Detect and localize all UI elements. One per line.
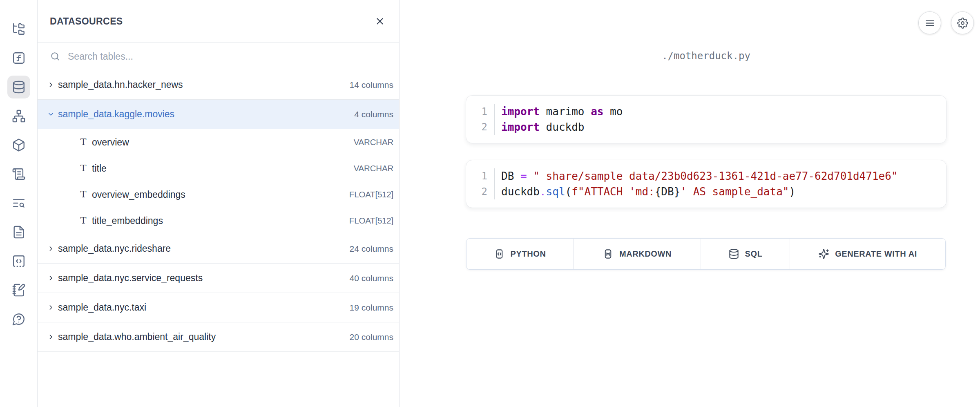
table-row-toggle[interactable]: sample_data.nyc.rideshare 24 columns bbox=[38, 234, 399, 264]
line-number: 1 bbox=[466, 168, 487, 184]
column-row[interactable]: T title VARCHAR bbox=[38, 155, 399, 181]
sparkles-icon bbox=[818, 248, 829, 259]
datasource-table: sample_data.hn.hacker_news 14 columns bbox=[38, 70, 399, 100]
add-cell-button-label: MARKDOWN bbox=[619, 249, 672, 259]
datasource-table: sample_data.nyc.rideshare 24 columns bbox=[38, 234, 399, 264]
cell-code[interactable]: import marimo as moimport duckdb bbox=[495, 104, 623, 135]
table-name: sample_data.who.ambient_air_quality bbox=[58, 331, 216, 342]
chevron-right-icon bbox=[47, 304, 54, 311]
table-row-toggle[interactable]: sample_data.nyc.service_requests 40 colu… bbox=[38, 264, 399, 293]
line-number: 2 bbox=[466, 184, 487, 199]
datasource-table: sample_data.who.ambient_air_quality 20 c… bbox=[38, 322, 399, 352]
column-name: title_embeddings bbox=[92, 215, 163, 226]
column-row[interactable]: T overview_embeddings FLOAT[512] bbox=[38, 181, 399, 208]
folder-tree-icon bbox=[12, 22, 26, 36]
add-cell-button-label: SQL bbox=[745, 249, 763, 259]
chevron-right-icon bbox=[47, 245, 54, 252]
chevron-down-icon bbox=[47, 111, 54, 118]
text-type-icon: T bbox=[78, 216, 88, 225]
add-cell-python-button[interactable]: PYTHON bbox=[467, 239, 574, 269]
code-cell[interactable]: 12 import marimo as moimport duckdb bbox=[466, 95, 947, 143]
chevron-down-icon bbox=[47, 111, 54, 118]
cell-gutter: 12 bbox=[466, 104, 495, 135]
cell-code[interactable]: DB = "_share/sample_data/23b0d623-1361-4… bbox=[495, 168, 898, 199]
sidebar-item-help[interactable] bbox=[7, 308, 30, 331]
column-row[interactable]: T overview VARCHAR bbox=[38, 129, 399, 155]
column-type: VARCHAR bbox=[354, 163, 393, 173]
sidebar-item-datasources[interactable] bbox=[7, 76, 30, 98]
network-icon bbox=[12, 109, 26, 123]
gear-icon bbox=[957, 18, 968, 29]
add-cell-button-label: GENERATE WITH AI bbox=[835, 249, 917, 259]
cell-list: 12 import marimo as moimport duckdb12 DB… bbox=[466, 95, 947, 208]
panel-title: DATASOURCES bbox=[50, 16, 123, 27]
sidebar-item-scratchpad[interactable] bbox=[7, 279, 30, 302]
table-name: sample_data.nyc.taxi bbox=[58, 302, 146, 313]
column-name: overview_embeddings bbox=[92, 189, 185, 200]
table-column-count: 24 columns bbox=[350, 244, 393, 254]
hamburger-menu-icon bbox=[924, 18, 935, 29]
table-column-count: 20 columns bbox=[350, 332, 393, 342]
column-row[interactable]: T title_embeddings FLOAT[512] bbox=[38, 208, 399, 234]
table-column-count: 4 columns bbox=[354, 110, 393, 119]
sidebar-item-documentation[interactable] bbox=[7, 221, 30, 244]
table-column-count: 14 columns bbox=[350, 80, 393, 90]
chevron-right-icon bbox=[47, 333, 54, 340]
column-type: FLOAT[512] bbox=[349, 190, 393, 199]
scroll-icon bbox=[12, 167, 26, 181]
text-type-icon: T bbox=[78, 138, 88, 147]
table-column-count: 19 columns bbox=[350, 303, 393, 313]
sidebar-item-file-explorer[interactable] bbox=[7, 18, 30, 40]
table-column-count: 40 columns bbox=[350, 273, 393, 283]
cell-gutter: 12 bbox=[466, 168, 495, 199]
box-icon bbox=[12, 138, 26, 152]
datasource-table: sample_data.nyc.service_requests 40 colu… bbox=[38, 264, 399, 293]
table-row-toggle[interactable]: sample_data.nyc.taxi 19 columns bbox=[38, 293, 399, 322]
search-icon bbox=[50, 51, 60, 62]
table-row-toggle[interactable]: sample_data.kaggle.movies 4 columns bbox=[38, 100, 399, 129]
table-name: sample_data.kaggle.movies bbox=[58, 109, 174, 120]
database-icon bbox=[12, 80, 26, 94]
code-square-icon bbox=[12, 254, 26, 268]
add-cell-markdown-button[interactable]: MARKDOWN bbox=[574, 239, 701, 269]
sidebar-item-snippets[interactable] bbox=[7, 250, 30, 273]
activity-bar bbox=[0, 0, 38, 407]
table-name: sample_data.hn.hacker_news bbox=[58, 79, 183, 90]
search-tables-input[interactable] bbox=[68, 51, 387, 62]
settings-button[interactable] bbox=[951, 11, 974, 34]
table-name: sample_data.nyc.rideshare bbox=[58, 243, 171, 254]
marimo-app: DATASOURCES sample_data.hn.hacker_news 1… bbox=[0, 0, 980, 407]
sidebar-item-packages[interactable] bbox=[7, 134, 30, 157]
sidebar-item-logs[interactable] bbox=[7, 192, 30, 215]
column-type: VARCHAR bbox=[354, 137, 393, 147]
table-row-toggle[interactable]: sample_data.hn.hacker_news 14 columns bbox=[38, 70, 399, 100]
code-window-icon bbox=[494, 248, 505, 259]
line-number: 2 bbox=[466, 119, 487, 135]
add-cell-generate-with-ai-button[interactable]: GENERATE WITH AI bbox=[790, 239, 945, 269]
code-line: import duckdb bbox=[501, 119, 623, 135]
notebook-filename[interactable]: ./motherduck.py bbox=[466, 50, 947, 62]
datasource-table: sample_data.nyc.taxi 19 columns bbox=[38, 293, 399, 322]
file-text-icon bbox=[12, 225, 26, 239]
add-cell-sql-button[interactable]: SQL bbox=[701, 239, 790, 269]
column-name: overview bbox=[92, 137, 129, 148]
help-chat-icon bbox=[12, 312, 26, 326]
chevron-right-icon bbox=[47, 275, 54, 282]
chevron-right-icon bbox=[47, 275, 54, 282]
code-cell[interactable]: 12 DB = "_share/sample_data/23b0d623-136… bbox=[466, 160, 947, 208]
sidebar-item-outline[interactable] bbox=[7, 163, 30, 186]
add-cell-button-label: PYTHON bbox=[511, 249, 546, 259]
table-search bbox=[38, 43, 399, 70]
column-name: title bbox=[92, 163, 107, 174]
notebook-menu-button[interactable] bbox=[918, 11, 941, 34]
notebook-pen-icon bbox=[12, 283, 26, 297]
chevron-right-icon bbox=[47, 245, 54, 252]
sidebar-item-variables[interactable] bbox=[7, 47, 30, 69]
code-line: import marimo as mo bbox=[501, 104, 623, 119]
close-panel-button[interactable] bbox=[373, 14, 387, 28]
notebook-area: ./motherduck.py 12 import marimo as moim… bbox=[400, 0, 980, 407]
code-line: DB = "_share/sample_data/23b0d623-1361-4… bbox=[501, 168, 898, 184]
sidebar-item-dependency-graph[interactable] bbox=[7, 105, 30, 127]
close-icon bbox=[375, 16, 385, 27]
table-row-toggle[interactable]: sample_data.who.ambient_air_quality 20 c… bbox=[38, 322, 399, 352]
